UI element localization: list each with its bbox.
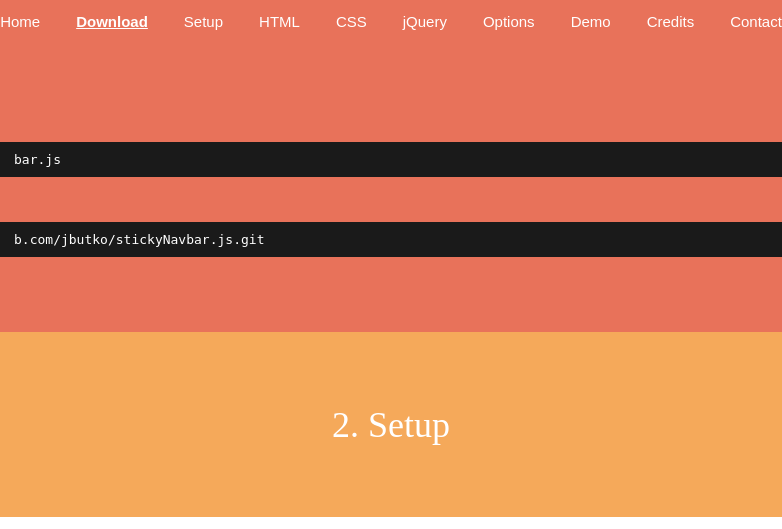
- nav-item-css[interactable]: CSS: [318, 3, 385, 40]
- main-nav: Home Download Setup HTML CSS jQuery Opti…: [0, 0, 782, 42]
- nav-item-demo[interactable]: Demo: [553, 3, 629, 40]
- nav-item-jquery[interactable]: jQuery: [385, 3, 465, 40]
- nav-item-download[interactable]: Download: [58, 3, 166, 40]
- setup-heading: 2. Setup: [332, 404, 450, 446]
- nav-item-options[interactable]: Options: [465, 3, 553, 40]
- download-section: bar.js b.com/jbutko/stickyNavbar.js.git: [0, 42, 782, 332]
- nav-item-html[interactable]: HTML: [241, 3, 318, 40]
- setup-section: 2. Setup: [0, 332, 782, 517]
- nav-item-home[interactable]: Home: [0, 3, 58, 40]
- code-snippet-1: bar.js: [0, 142, 782, 177]
- nav-item-contact[interactable]: Contact: [712, 3, 782, 40]
- nav-item-setup[interactable]: Setup: [166, 3, 241, 40]
- code-snippet-2: b.com/jbutko/stickyNavbar.js.git: [0, 222, 782, 257]
- nav-item-credits[interactable]: Credits: [629, 3, 713, 40]
